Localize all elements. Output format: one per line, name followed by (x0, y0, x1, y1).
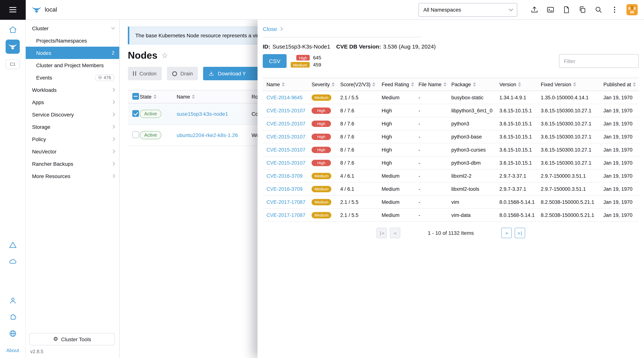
sidebar-item-rancher-backups[interactable]: Rancher Backups (26, 157, 119, 170)
extensions-puzzle-icon[interactable] (8, 313, 17, 321)
cordon-button[interactable]: Cordon (128, 67, 162, 80)
cve-column-header-version[interactable]: Version (496, 82, 537, 87)
kubectl-shell-icon[interactable] (546, 6, 554, 14)
last-page-button[interactable]: >| (515, 228, 525, 238)
sidebar-item-apps[interactable]: Apps (26, 96, 119, 108)
cve-score-cell: 2.1 / 5.5 (336, 199, 378, 205)
close-panel-button[interactable]: Close (263, 26, 282, 32)
search-icon[interactable] (594, 6, 603, 14)
sidebar-item-projects-namespaces[interactable]: Projects/Namespaces (26, 34, 119, 47)
nodes-column-header-state[interactable]: State (140, 94, 177, 99)
cve-row[interactable]: CVE-2017-17087Medium2.1 / 5.5Medium-vim-… (263, 209, 639, 222)
csv-export-button[interactable]: CSV (263, 54, 286, 68)
kubeconfig-copy-icon[interactable] (578, 6, 586, 14)
cluster-brand[interactable]: local (26, 5, 57, 15)
cluster-c1-tile[interactable]: C1 (6, 59, 20, 69)
cve-row[interactable]: CVE-2015-20107High8 / 7.6High-libpython3… (263, 104, 639, 117)
panel-divider (263, 37, 422, 37)
cluster-tools-button[interactable]: ⚙ Cluster Tools (30, 333, 115, 345)
cve-package-cell: vim (448, 199, 496, 205)
cve-file-name-cell: - (415, 212, 448, 218)
cve-link[interactable]: CVE-2015-20107 (266, 134, 306, 139)
sidebar-item-label: Nodes (36, 50, 112, 56)
cve-row[interactable]: CVE-2015-20107High8 / 7.6High-python3-db… (263, 156, 639, 169)
cve-row[interactable]: CVE-2016-3709Medium4 / 6.1Medium-libxml2… (263, 183, 639, 196)
cve-column-header-name[interactable]: Name (263, 82, 308, 87)
sidebar-item-policy[interactable]: Policy (26, 133, 119, 145)
sidebar-item-storage[interactable]: Storage (26, 121, 119, 133)
home-icon[interactable] (8, 25, 17, 34)
sidebar-item-events[interactable]: Events476 (26, 71, 119, 84)
cve-column-header-score-v2-v3[interactable]: Score(V2/V3) (336, 82, 378, 87)
cve-published-cell: Jan 19, 1970 (600, 199, 639, 205)
user-avatar[interactable] (626, 4, 638, 15)
node-name-link[interactable]: suse15sp3-k3s-node1 (177, 111, 228, 117)
cve-link[interactable]: CVE-2017-17087 (266, 212, 306, 218)
cve-version-cell: 3.6.15-10.15.1 (496, 134, 537, 139)
cve-column-header-severity[interactable]: Severity (308, 82, 336, 87)
cve-row[interactable]: CVE-2014-9645Medium2.1 / 5.5Medium-busyb… (263, 91, 639, 104)
sidebar-item-service-discovery[interactable]: Service Discovery (26, 108, 119, 121)
cve-link[interactable]: CVE-2015-20107 (266, 108, 306, 113)
cve-row[interactable]: CVE-2017-17087Medium2.1 / 5.5Medium-vim8… (263, 196, 639, 209)
cve-name-cell: CVE-2016-3709 (263, 186, 308, 192)
nodes-column-header-name[interactable]: Name (177, 94, 252, 99)
download-yaml-button[interactable]: Download Y (203, 67, 259, 80)
filter-input[interactable] (559, 54, 639, 68)
cve-link[interactable]: CVE-2015-20107 (266, 121, 306, 126)
first-page-button[interactable]: |< (376, 228, 387, 238)
cve-link[interactable]: CVE-2015-20107 (266, 160, 306, 165)
namespace-selector[interactable]: All Namespaces (418, 3, 517, 17)
about-link[interactable]: About (6, 347, 19, 353)
next-page-button[interactable]: > (501, 228, 512, 238)
kubeconfig-download-icon[interactable] (562, 6, 570, 14)
node-id-value: Suse15sp3-K3s-Node1 (272, 43, 330, 50)
main-menu-button[interactable] (0, 0, 26, 20)
cve-row[interactable]: CVE-2015-20107High8 / 7.6High-python3-ba… (263, 130, 639, 143)
page-title: Nodes (128, 50, 158, 61)
row-checkbox[interactable] (132, 110, 139, 117)
rancher-logo-icon (32, 5, 41, 15)
cve-column-header-file-name[interactable]: File Name (415, 82, 448, 87)
cve-column-header-feed-rating[interactable]: Feed Rating (378, 82, 415, 87)
globe-icon[interactable] (8, 329, 17, 338)
favorite-star-icon[interactable]: ☆ (162, 52, 168, 59)
import-yaml-icon[interactable] (530, 6, 538, 14)
sidebar-item-cluster-and-project-members[interactable]: Cluster and Project Members (26, 59, 119, 71)
cve-name-cell: CVE-2017-17087 (263, 212, 308, 218)
row-checkbox[interactable] (132, 131, 139, 138)
kebab-menu-icon[interactable] (610, 6, 619, 14)
sidebar-item-cluster[interactable]: Cluster (26, 22, 119, 34)
cve-column-header-package[interactable]: Package (448, 82, 496, 87)
cve-published-cell: Jan 19, 1970 (600, 160, 639, 165)
cve-link[interactable]: CVE-2015-20107 (266, 147, 306, 152)
drain-button[interactable]: Drain (167, 67, 198, 80)
cve-file-name-cell: - (415, 186, 448, 192)
column-header-label: Name (266, 82, 280, 87)
cve-package-cell: busybox-static (448, 95, 496, 100)
node-state-badge: Active (140, 131, 161, 139)
cve-row[interactable]: CVE-2015-20107High8 / 7.6High-python3-cu… (263, 143, 639, 156)
fleet-triangle-icon[interactable] (8, 241, 17, 249)
cve-link[interactable]: CVE-2016-3709 (266, 186, 302, 192)
prev-page-button[interactable]: < (390, 228, 400, 238)
cve-column-header-fixed-version[interactable]: Fixed Version (537, 82, 600, 87)
cve-link[interactable]: CVE-2014-9645 (266, 95, 302, 100)
user-icon[interactable] (8, 296, 17, 305)
node-name-link[interactable]: ubuntu2204-rke2-k8s-1.26 (177, 132, 238, 138)
sidebar-item-nodes[interactable]: Nodes2 (26, 47, 119, 59)
cve-published-cell: Jan 19, 1970 (600, 147, 639, 152)
sidebar-item-more-resources[interactable]: More Resources (26, 170, 119, 182)
sidebar-item-label: More Resources (32, 173, 112, 179)
sidebar-item-workloads[interactable]: Workloads (26, 84, 119, 96)
cve-row[interactable]: CVE-2016-3709Medium4 / 6.1Medium-libxml2… (263, 169, 639, 183)
harvester-cloud-icon[interactable] (8, 257, 17, 266)
cve-link[interactable]: CVE-2017-17087 (266, 199, 306, 205)
cve-column-header-published-at[interactable]: Published at (600, 82, 639, 87)
gear-icon: ⚙ (53, 336, 58, 342)
active-cluster-tile[interactable] (6, 40, 20, 54)
cve-row[interactable]: CVE-2015-20107High8 / 7.6High-python33.6… (263, 117, 639, 130)
select-all-checkbox[interactable] (132, 93, 139, 99)
cve-link[interactable]: CVE-2016-3709 (266, 173, 302, 179)
sidebar-item-neuvector[interactable]: NeuVector (26, 145, 119, 157)
